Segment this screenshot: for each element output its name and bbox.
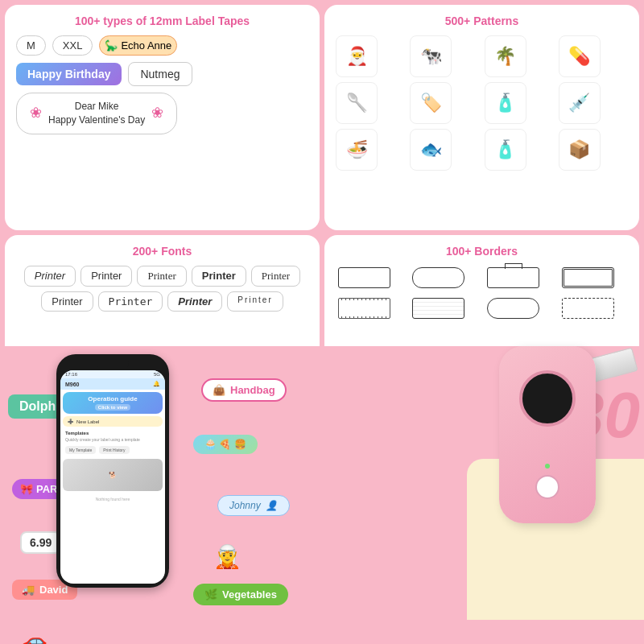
chef-icon: 🧝 (213, 543, 242, 570)
price-label: 6.99 (20, 531, 61, 554)
printer-button[interactable] (535, 475, 559, 499)
pattern-box: 📦 (559, 129, 601, 171)
border-rounded (485, 296, 542, 320)
chip-valentine: ❀ Dear MikeHappy Valentine's Day ❀ (16, 93, 177, 134)
font-serif: Printer (137, 266, 186, 287)
chip-xxl: XXL (52, 35, 93, 56)
phone-click[interactable]: Click to view (95, 404, 130, 411)
flower-icon-left: ❀ (30, 103, 42, 123)
tape-row-1: M XXL 🦕 Echo Anne (16, 35, 308, 56)
food-label: 🧁 🍕 🍔 (193, 435, 258, 454)
fonts-title: 200+ Fonts (16, 245, 308, 258)
pattern-pill: 💊 (559, 35, 601, 77)
font-thin: Printer (41, 291, 93, 312)
border-tab (485, 266, 542, 290)
phone-new-label[interactable]: ➕ New Label (63, 416, 163, 427)
pattern-tag: 🏷️ (410, 82, 452, 124)
print-history-btn[interactable]: Print History (99, 446, 129, 454)
bottom-section: 17:16 5G M960 🔔 Operation guide Click to… (0, 346, 644, 644)
phone-templates-sub: Quickly create your label using a templa… (60, 437, 165, 444)
phone-operation: Operation guide (68, 395, 158, 402)
border-notebook (411, 296, 467, 320)
border-dots (559, 296, 616, 320)
handbag-icon: 👜 (213, 384, 225, 396)
chip-m: M (16, 35, 46, 56)
veg-icon: 🌿 (204, 588, 217, 601)
border-serrated (336, 296, 392, 320)
borders-title: 100+ Borders (336, 245, 628, 258)
phone-signal: 5G (154, 372, 160, 377)
border-double (559, 266, 616, 290)
dino-icon: 🦕 (105, 39, 118, 52)
pattern-spoon: 🥄 (336, 82, 378, 124)
pattern-bottle: 🧴 (485, 82, 526, 124)
phone-time: 17:16 (65, 372, 77, 377)
pattern-noodle: 🍜 (336, 129, 378, 171)
tape-row-3: ❀ Dear MikeHappy Valentine's Day ❀ (16, 93, 308, 134)
border-wave (411, 266, 467, 290)
font-bold: Printer (192, 266, 246, 287)
borders-grid (336, 266, 628, 320)
chip-birthday: Happy Birthday (16, 63, 122, 85)
border-simple (336, 266, 392, 290)
flower-icon-right: ❀ (151, 103, 163, 123)
font-normal: Printer (80, 266, 132, 287)
font-italic: Printer (24, 266, 76, 287)
phone-app-name: M960 (65, 382, 80, 387)
printer-device: D30 (483, 338, 644, 620)
pattern-syringe: 💉 (559, 82, 601, 124)
phone-header: M960 🔔 (60, 378, 165, 390)
patterns-grid: 🎅 🐄 🌴 💊 🥄 🏷️ 🧴 💉 🍜 🐟 🧴 📦 (336, 35, 628, 171)
pattern-santa: 🎅 (336, 35, 378, 77)
font-mono: Printer (98, 291, 163, 312)
font-bold-italic: Printer (167, 291, 222, 312)
phone-templates-title: Templates (60, 429, 165, 437)
my-template-btn[interactable]: My Template (65, 446, 96, 454)
phone-nothing-text: Nothing found here (60, 493, 165, 505)
label-tapes-title: 100+ types of 12mm Label Tapes (16, 14, 308, 27)
phone-icon: 🔔 (153, 381, 160, 387)
chip-nutmeg: Nutmeg (128, 62, 192, 86)
chip-echo: 🦕 Echo Anne (99, 35, 177, 56)
johnny-label: Johnny 👤 (217, 495, 290, 516)
phone-notch (97, 361, 129, 367)
patterns-title: 500+ Patterns (336, 14, 628, 27)
font-spaced: Printer (227, 291, 283, 312)
pattern-palm: 🌴 (485, 35, 526, 77)
fonts-grid: Printer Printer Printer Printer Printer … (16, 266, 308, 312)
tape-row-2: Happy Birthday Nutmeg (16, 62, 308, 86)
car-icon: 🚗 (20, 628, 48, 644)
johnny-icon: 👤 (266, 500, 278, 511)
new-label-icon: ➕ (68, 419, 73, 424)
phone-banner: Operation guide Click to view (63, 392, 163, 414)
printer-lens (519, 370, 576, 427)
phone-template-buttons: My Template Print History (60, 444, 165, 456)
label-tapes-panel: 100+ types of 12mm Label Tapes M XXL 🦕 E… (5, 5, 320, 230)
patterns-panel: 500+ Patterns 🎅 🐄 🌴 💊 🥄 🏷️ 🧴 💉 🍜 🐟 🧴 📦 (324, 5, 639, 230)
party-icon: 🎀 (20, 483, 33, 495)
truck-icon: 🚚 (22, 584, 35, 596)
pattern-glue: 🧴 (485, 129, 526, 171)
vegetables-label: 🌿 Vegetables (193, 584, 288, 605)
handbag-label: 👜 Handbag (201, 378, 287, 402)
phone-status-bar: 17:16 5G (60, 370, 165, 378)
phone-device: 17:16 5G M960 🔔 Operation guide Click to… (56, 354, 169, 588)
valentine-text: Dear MikeHappy Valentine's Day (48, 100, 145, 127)
printer-body (499, 346, 596, 523)
pattern-fish: 🐟 (410, 129, 452, 171)
pattern-cow: 🐄 (410, 35, 452, 77)
phone-screen: 17:16 5G M960 🔔 Operation guide Click to… (60, 370, 165, 584)
printer-led (545, 464, 550, 469)
font-script: Printer (251, 266, 300, 287)
phone-dog-image: 🐕 (63, 459, 163, 491)
